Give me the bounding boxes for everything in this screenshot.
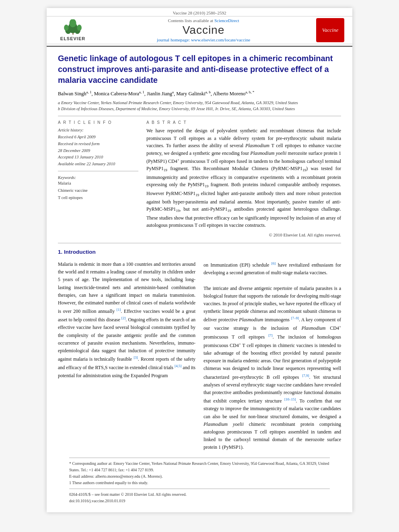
article-page: Vaccine 28 (2010) 2580–2592 ELSEVIER	[47, 8, 352, 512]
keyword-2: Chimeric vaccine	[58, 187, 138, 194]
contents-note: Contents lists available at ScienceDirec…	[91, 18, 316, 23]
keyword-3: T cell epitopes	[58, 194, 138, 201]
doi: doi:10.1016/j.vaccine.2010.01.019	[69, 498, 330, 504]
intro-left-text: Malaria is endemic in more than a 100 co…	[58, 261, 195, 380]
intro-right-col: on Immunization (EPI) schedule [6] have …	[204, 261, 341, 452]
elsevier-logo: ELSEVIER	[55, 18, 91, 42]
divider-body	[58, 243, 341, 243]
abstract-header: A B S T R A C T	[146, 120, 341, 125]
article-history: Article history: Received 6 April 2009 R…	[58, 127, 138, 168]
journal-banner: ELSEVIER Contents lists available at Sci…	[47, 16, 352, 44]
affiliation-b: b Division of Infectious Diseases, Depar…	[58, 106, 341, 112]
sciencedirect-link[interactable]: ScienceDirect	[214, 18, 239, 23]
info-abstract-section: A R T I C L E I N F O Article history: R…	[58, 120, 341, 237]
vaccine-logo: Vaccine	[316, 18, 344, 42]
divider-1	[58, 116, 341, 116]
divider-keywords	[58, 171, 138, 171]
footer-divider	[69, 489, 330, 489]
received-date: Received 6 April 2009	[58, 134, 138, 141]
citation-text: Vaccine 28 (2010) 2580–2592	[173, 10, 226, 15]
page-header: Vaccine 28 (2010) 2580–2592 ELSEVIER	[47, 8, 352, 47]
journal-center: Contents lists available at ScienceDirec…	[91, 18, 316, 42]
main-content: Genetic linkage of autologous T cell epi…	[47, 47, 352, 512]
journal-title: Vaccine	[91, 24, 316, 37]
elsevier-tree-icon	[62, 19, 84, 35]
email-line: E-mail address: alberto.moreno@emory.edu…	[69, 473, 330, 480]
received-revised-label: Received in revised form	[58, 141, 138, 148]
intro-left-col: Malaria is endemic in more than a 100 co…	[58, 261, 195, 452]
intro-right-text: on Immunization (EPI) schedule [6] have …	[204, 261, 341, 452]
citation-bar: Vaccine 28 (2010) 2580–2592	[47, 8, 352, 16]
abstract-col: A B S T R A C T We have reported the des…	[146, 120, 341, 237]
article-info-header: A R T I C L E I N F O	[58, 120, 138, 125]
article-title: Genetic linkage of autologous T cell epi…	[58, 53, 341, 86]
copyright-line: © 2010 Elsevier Ltd. All rights reserved…	[146, 232, 341, 237]
received-revised-date: 28 December 2009	[58, 148, 138, 154]
introduction-section: 1. Introduction Malaria is endemic in mo…	[58, 249, 341, 452]
article-info-col: A R T I C L E I N F O Article history: R…	[58, 120, 138, 237]
authors-line: Balwan Singha, 1, Monica Cabrera-Moraa, …	[58, 90, 341, 98]
keywords-label: Keywords:	[58, 175, 138, 180]
intro-body: Malaria is endemic in more than a 100 co…	[58, 261, 341, 452]
keyword-1: Malaria	[58, 180, 138, 187]
abstract-text: We have reported the design of polyvalen…	[146, 127, 341, 229]
equal-contrib: 1 These authors contributed equally to t…	[69, 480, 330, 486]
svg-point-6	[69, 19, 76, 27]
intro-title: 1. Introduction	[58, 249, 341, 255]
page-footer: * Corresponding author at: Emory Vaccine…	[69, 458, 330, 504]
keywords-list: Malaria Chimeric vaccine T cell epitopes	[58, 180, 138, 201]
svg-point-5	[77, 25, 81, 31]
affiliation-a: a Emory Vaccine Center, Yerkes National …	[58, 100, 341, 106]
history-label: Article history:	[58, 127, 138, 134]
accepted-date: Accepted 13 January 2010	[58, 154, 138, 161]
available-date: Available online 22 January 2010	[58, 161, 138, 168]
keywords-section: Keywords: Malaria Chimeric vaccine T cel…	[58, 175, 138, 201]
journal-url[interactable]: journal homepage: www.elsevier.com/locat…	[91, 37, 316, 42]
doi-line: 0264-410X/$ – see front matter © 2010 El…	[69, 491, 330, 498]
elsevier-text: ELSEVIER	[60, 36, 85, 41]
svg-point-4	[64, 25, 68, 31]
affiliations: a Emory Vaccine Center, Yerkes National …	[58, 100, 341, 112]
corresponding-author: * Corresponding author at: Emory Vaccine…	[69, 460, 330, 473]
